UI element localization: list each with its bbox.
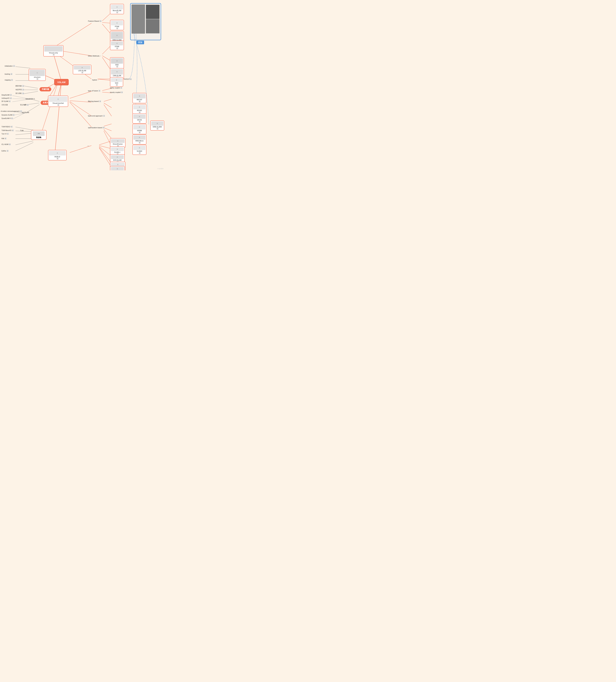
svg-line-52 — [16, 131, 33, 132]
structure-icon[interactable]: ⊞ — [37, 78, 39, 80]
dtam-label: DTAM — [111, 46, 123, 47]
dso-thumb: 图 — [111, 58, 123, 64]
visual-inertial-thumb: 图 — [49, 96, 67, 102]
structure-thumb: 图 — [29, 70, 45, 76]
lossely-coupled[interactable]: lossely coupled ⊞ — [110, 91, 123, 93]
leaf-kitti[interactable]: Kitti ⊞ — [2, 137, 6, 139]
okvis-thumb: 图 — [133, 114, 146, 119]
leaf-dynamic-slam[interactable]: 动态SLAM — [22, 112, 29, 114]
direct-methods-label[interactable]: Direct Methods ← — [88, 55, 102, 57]
dataset-label: 数据集 — [33, 136, 45, 139]
visual-inertial-box[interactable]: 图 Visual-inertial ⊞ — [48, 95, 68, 107]
vidso-box[interactable]: 图 VI-DSO ⊞ — [132, 145, 147, 155]
leaf-semantic-map[interactable]: 语义地图 ⊞ — [20, 104, 29, 106]
lsdslam-box[interactable]: 图 LSD-SLAM ⊞ — [73, 65, 91, 74]
vidso-thumb: 图 — [133, 146, 146, 150]
leaf-tracking[interactable]: tracking ⊞ — [5, 73, 13, 75]
leaf-branch-topic[interactable]: 分支主题 — [2, 104, 8, 106]
rgbd-branch-connector: — — [87, 145, 89, 147]
leaf-tracking-fail[interactable]: 跟踪失败 ⊞ — [16, 85, 24, 87]
structure-box[interactable]: 图 structure ⊞ — [29, 69, 46, 81]
svg-line-53 — [16, 133, 33, 135]
svo2-label[interactable]: SVO2.0 ⊞ — [124, 78, 132, 80]
svg-line-17 — [104, 99, 112, 101]
monoslam-thumb: 图 — [111, 5, 123, 9]
leaf-initialization[interactable]: initialization ⊞ — [5, 65, 15, 67]
okvis-box[interactable]: 图 OKVIS ⊞ — [132, 114, 147, 123]
leaf-undeepvo[interactable]: UnDeepVO ⊞ — [2, 97, 12, 99]
svg-line-31 — [99, 148, 112, 167]
leaf-icl[interactable]: ICL-NUIM ⊞ — [2, 143, 11, 145]
key-issues-node[interactable]: 关键问题 — [40, 87, 51, 91]
leaf-tum-mono[interactable]: TUM MonoVO ⊞ — [2, 130, 14, 131]
rovio-box[interactable]: 图 ROVIO ⊞ — [132, 104, 147, 114]
leaf-dfslam[interactable]: DF-SLAM ⊞ — [2, 100, 11, 102]
ptam-label: PTAM — [111, 26, 123, 27]
msckf-label: MSCKF — [133, 99, 146, 100]
slampp-label: SLAM++ — [111, 152, 124, 153]
svg-line-29 — [99, 146, 112, 156]
leaf-mapping[interactable]: mapping ⊞ — [5, 79, 13, 81]
rgbd-thumb: 图 — [49, 151, 66, 156]
backend-label[interactable]: back-end approach ⊞ — [88, 115, 105, 117]
orbslam3-box[interactable]: 图 ORB-SLAM3 ⊞ — [150, 120, 164, 131]
dtam-box[interactable]: 图 DTAM ⊞ — [110, 41, 124, 50]
svg-line-28 — [99, 145, 112, 149]
leaf-tum-group[interactable]: TUM — [20, 130, 24, 132]
dvoslam-label: DVO-SLAM — [111, 159, 124, 161]
svo-box[interactable]: 图 SVO ⊞ — [110, 77, 123, 87]
viorb-label: VIORB — [133, 130, 146, 132]
hybrid-label[interactable]: hybrid ← — [92, 79, 99, 81]
rovio-thumb: 图 — [133, 105, 146, 109]
svg-line-21 — [104, 124, 112, 126]
leaf-tum-rgbd[interactable]: TUM RGB-D ⊞ — [2, 126, 13, 128]
svg-line-19 — [104, 105, 112, 116]
leaf-deep-learning[interactable]: 结合深度学习 — [26, 98, 35, 100]
monoslam-box[interactable]: 图 MonoSLAM ⊞ — [110, 4, 124, 14]
vinsmono-box[interactable]: 图 VINS-Mono ⊞ — [132, 134, 147, 144]
rgbd-box[interactable]: 图 RGB-D ⊞ — [48, 150, 67, 160]
type-fusion-label[interactable]: type of fusion ⊞ — [88, 90, 101, 92]
orbslam3-label: ORB-SLAM3 — [151, 126, 163, 128]
dso-box[interactable]: 图 DSO ⊞ — [110, 57, 124, 68]
svg-line-25 — [55, 84, 61, 153]
leaf-dynamic-slam2[interactable]: Dynamic-SLAM ⊞ — [2, 114, 15, 116]
cnnslam-thumb: 图 — [111, 69, 123, 74]
svg-line-39 — [24, 91, 38, 94]
highlight-label: 区别 — [136, 41, 144, 44]
slampp-thumb: 图 — [111, 147, 124, 151]
svg-line-57 — [70, 101, 91, 116]
svg-line-20 — [70, 102, 91, 127]
leaf-motion-removal[interactable]: A motion removal approach ⊞ — [1, 110, 22, 112]
svg-line-56 — [16, 142, 33, 151]
filtering-based-label[interactable]: filtering-based ⊞ — [88, 100, 101, 102]
orbslam2-rgbd-thumb: 图 — [111, 167, 124, 170]
leaf-deepslam[interactable]: DeepSLAM ⊞ — [2, 94, 12, 96]
tightly-coupled[interactable]: tightly coupled ⊞ — [110, 87, 122, 89]
kinectfusion-label: KinectFusion — [111, 143, 125, 145]
svg-line-55 — [16, 141, 33, 145]
viorb-box[interactable]: 图 VIORB ⊞ — [132, 124, 147, 134]
leaf-euroc[interactable]: EuRoc ⊞ — [2, 150, 8, 152]
orbslam2-rgbd-box[interactable]: 图 ORB-SLAM2 ⊞ — [110, 166, 125, 170]
msckf-thumb: 图 — [133, 94, 146, 98]
svg-line-51 — [16, 127, 33, 130]
optimization-label[interactable]: optimization-based ⊞ — [88, 127, 105, 129]
svg-line-18 — [104, 103, 112, 108]
dataset-box[interactable]: 表格 数据集 — [31, 130, 46, 140]
leaf-dynamic-env[interactable]: 动态环境 ⊞ — [16, 89, 24, 91]
visual-only-box[interactable]: Visual-only ⊞ — [43, 45, 64, 56]
rgbd-label: RGB-D — [49, 156, 66, 158]
rovio-label: ROVIO — [133, 110, 146, 111]
feature-based-label[interactable]: Feature-Based ⊞ — [88, 20, 102, 22]
leaf-compute[interactable]: 算力消耗 ⊞ — [16, 92, 24, 94]
orbslam2-thumb: 图 — [111, 32, 123, 39]
leaf-tum-vi[interactable]: Tum VI ⊞ — [2, 133, 9, 135]
center-node[interactable]: VSLAM — [54, 79, 69, 85]
leaf-dynaslam[interactable]: DynaSLAM II ⊞ — [2, 117, 13, 119]
msckf-box[interactable]: 图 MSCKF ⊞ — [132, 93, 147, 103]
ptam-box[interactable]: 图 PTAM ⊞ — [110, 20, 124, 30]
okvis-label: OKVIS — [133, 119, 146, 121]
svg-line-22 — [104, 128, 112, 131]
ptam-thumb: 图 — [111, 21, 123, 25]
